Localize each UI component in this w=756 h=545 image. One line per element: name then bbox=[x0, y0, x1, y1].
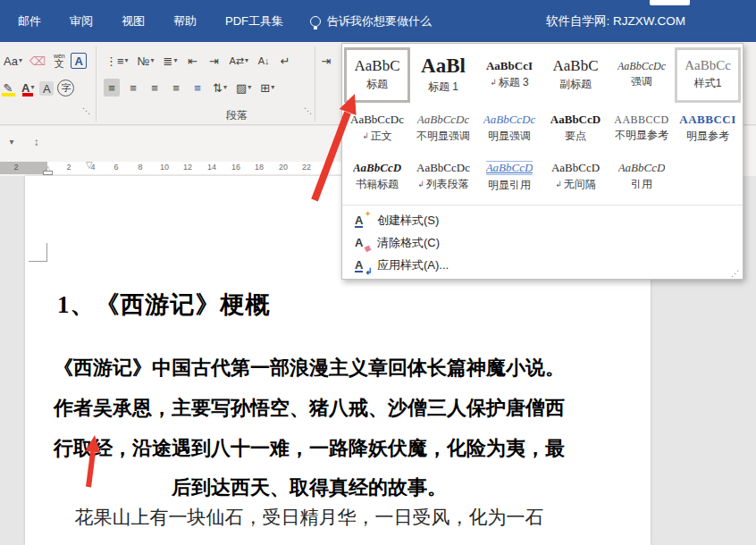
style-label: 标题 bbox=[366, 77, 388, 92]
increase-indent-button[interactable]: ⇥ bbox=[206, 52, 223, 70]
tab-help[interactable]: 帮助 bbox=[159, 0, 211, 42]
style-label: 样式1 bbox=[694, 76, 722, 91]
style-item-intense-quote[interactable]: AaBbCcD 明显引用 bbox=[476, 155, 542, 199]
style-preview: AABBCCI bbox=[679, 113, 735, 126]
align-right-button[interactable]: ≡ bbox=[147, 79, 163, 96]
first-line-indent-marker[interactable]: ▽ bbox=[86, 160, 93, 170]
apply-styles-menu-item[interactable]: A↲ 应用样式(A)... bbox=[342, 254, 743, 276]
share-button-fragment[interactable] bbox=[650, 0, 690, 5]
style-item-heading3[interactable]: AaBbCcI ↲标题 3 bbox=[476, 47, 542, 103]
show-marks-button[interactable]: ↵ bbox=[277, 52, 293, 70]
decrease-indent-button[interactable]: ⇤ bbox=[185, 52, 201, 70]
style-label: ↲标题 3 bbox=[490, 75, 529, 90]
character-border-button[interactable]: A bbox=[71, 53, 87, 69]
apply-styles-icon: A↲ bbox=[353, 257, 369, 273]
tab-mail[interactable]: 邮件 bbox=[4, 0, 55, 42]
panel-resize-handle[interactable]: ⋰ bbox=[731, 269, 739, 278]
ribbon-tabs: 邮件 审阅 视图 帮助 PDF工具集 告诉我你想要做什么 bbox=[4, 0, 444, 42]
shading-button[interactable]: ▨▾ bbox=[234, 79, 253, 96]
style-preview: AaBbC bbox=[355, 58, 400, 74]
phonetic-guide-button[interactable]: wén文 bbox=[51, 52, 67, 70]
multilevel-list-button[interactable]: ≣▾ bbox=[162, 52, 180, 70]
font-dialog-launcher[interactable]: ⋱ bbox=[82, 106, 90, 115]
style-preview: AaBbCcD bbox=[353, 162, 401, 174]
style-item-quote[interactable]: AaBbCcD 引用 bbox=[609, 155, 675, 199]
font-color-button[interactable]: A▾ bbox=[20, 79, 36, 96]
shading-bucket-icon: ▨ bbox=[236, 82, 247, 94]
menu-label: 创建样式(S) bbox=[377, 213, 439, 229]
line-spacing-button[interactable]: ⇅▾ bbox=[211, 79, 229, 96]
borders-button[interactable]: ⊞▾ bbox=[258, 79, 276, 96]
ruler-number: 22 bbox=[302, 163, 311, 172]
bullets-button[interactable]: ⋮≡▾ bbox=[104, 52, 130, 70]
style-item-intense-reference[interactable]: AABBCCI 明显参考 bbox=[675, 106, 741, 151]
sort-button[interactable]: A↓ bbox=[256, 52, 272, 70]
highlighter-icon: ✎ bbox=[4, 82, 13, 94]
style-label: ↲正文 bbox=[362, 129, 392, 144]
style-label: 明显强调 bbox=[488, 129, 531, 144]
distribute-button[interactable]: ≡ bbox=[189, 79, 206, 96]
distribute-icon: ≡ bbox=[194, 82, 201, 94]
tab-pdf-tools[interactable]: PDF工具集 bbox=[211, 0, 298, 42]
doc-paragraph2: 花果山上有一块仙石，受日精月华，一日受风，化为一石 bbox=[36, 505, 583, 530]
align-left-button[interactable]: ≡ bbox=[104, 79, 120, 96]
change-case-button[interactable]: Aa▾ bbox=[2, 52, 24, 70]
paragraph-dialog-launcher[interactable]: ⋱ bbox=[304, 106, 312, 115]
left-indent-marker[interactable]: △ bbox=[42, 166, 54, 175]
style-label: 副标题 bbox=[559, 77, 592, 92]
create-style-icon: A✦ bbox=[353, 213, 369, 229]
style-item-heading1[interactable]: AaBl 标题 1 bbox=[410, 47, 476, 103]
clear-formatting-button[interactable]: ⌫ bbox=[28, 52, 47, 70]
style-item-list-paragraph[interactable]: AaBbCcDc ↲列表段落 bbox=[410, 155, 476, 199]
style-preview: AaBbC bbox=[553, 58, 599, 74]
word-window: 邮件 审阅 视图 帮助 PDF工具集 告诉我你想要做什么 软件自学网: RJZX… bbox=[0, 0, 756, 545]
style-preview: AaBbCcDc bbox=[350, 113, 404, 126]
text-direction-button[interactable]: ⇥ bbox=[318, 52, 334, 70]
chevron-down-icon: ▾ bbox=[271, 84, 274, 91]
create-style-menu-item[interactable]: A✦ 创建样式(S) bbox=[342, 209, 743, 231]
style-item-normal[interactable]: AaBbCcDc ↲正文 bbox=[344, 106, 410, 151]
lightbulb-icon bbox=[310, 16, 321, 27]
style-item-style1[interactable]: AaBbCc 样式1 bbox=[675, 47, 741, 103]
justify-button[interactable]: ≡ bbox=[168, 79, 184, 96]
chevron-down-icon: ▾ bbox=[245, 57, 248, 64]
character-shading-button[interactable]: A bbox=[39, 81, 54, 96]
numbering-button[interactable]: №▾ bbox=[136, 52, 156, 70]
style-item-intense-emphasis[interactable]: AaBbCcDc 明显强调 bbox=[476, 106, 542, 151]
doc-paragraph-line: 后到达西天、取得真经的故事。 bbox=[36, 474, 583, 501]
collapsed-tool-icon[interactable]: ↨ bbox=[29, 133, 45, 151]
ruler-number: 8 bbox=[138, 163, 142, 172]
style-item-strong[interactable]: AaBbCcD 要点 bbox=[542, 106, 609, 151]
style-preview: AaBbCcD bbox=[618, 162, 666, 174]
paragraph-marks-icon: ↵ bbox=[281, 55, 290, 67]
align-center-button[interactable]: ≡ bbox=[125, 79, 141, 96]
tell-me-search[interactable]: 告诉我你想要做什么 bbox=[298, 13, 444, 29]
asian-layout-button[interactable]: A⇄▾ bbox=[228, 52, 251, 70]
collapsed-dropdown-icon[interactable]: ▾ bbox=[4, 133, 20, 151]
clear-formatting-menu-item[interactable]: A◆ 清除格式(C) bbox=[342, 231, 743, 254]
site-watermark: 软件自学网: RJZXW.COM bbox=[546, 0, 685, 42]
ruler-number: 18 bbox=[255, 163, 264, 172]
multilevel-list-icon: ≣ bbox=[164, 55, 173, 67]
chevron-down-icon: ▾ bbox=[19, 57, 22, 64]
change-case-icon: Aa bbox=[4, 55, 18, 67]
align-right-icon: ≡ bbox=[151, 82, 158, 94]
style-item-no-spacing[interactable]: AaBbCcD ↲无间隔 bbox=[542, 155, 609, 199]
chevron-down-icon: ▾ bbox=[151, 57, 155, 64]
character-border-icon: A bbox=[75, 55, 83, 67]
style-item-emphasis[interactable]: AaBbCcDc 强调 bbox=[609, 47, 675, 103]
style-item-title[interactable]: AaBbC 标题 bbox=[344, 47, 410, 103]
tab-view[interactable]: 视图 bbox=[107, 0, 159, 42]
style-label: 明显引用 bbox=[488, 178, 531, 193]
menu-label: 清除格式(C) bbox=[377, 235, 440, 251]
style-item-book-title[interactable]: AaBbCcD 书籍标题 bbox=[344, 155, 410, 199]
highlight-color-button[interactable]: ✎ bbox=[0, 79, 16, 96]
tab-review[interactable]: 审阅 bbox=[55, 0, 107, 42]
ruler-number: 2 bbox=[13, 163, 18, 172]
styles-panel-menu: A✦ 创建样式(S) A◆ 清除格式(C) A↲ 应用样式(A)... bbox=[342, 205, 743, 276]
style-item-subtle-reference[interactable]: AABBCCD 不明显参考 bbox=[609, 106, 675, 151]
style-item-subtle-emphasis[interactable]: AaBbCcDc 不明显强调 bbox=[410, 106, 476, 151]
text-direction-icon: ⇥ bbox=[322, 55, 332, 67]
enclose-characters-button[interactable]: 字 bbox=[57, 80, 74, 96]
style-item-subtitle[interactable]: AaBbC 副标题 bbox=[542, 47, 609, 103]
